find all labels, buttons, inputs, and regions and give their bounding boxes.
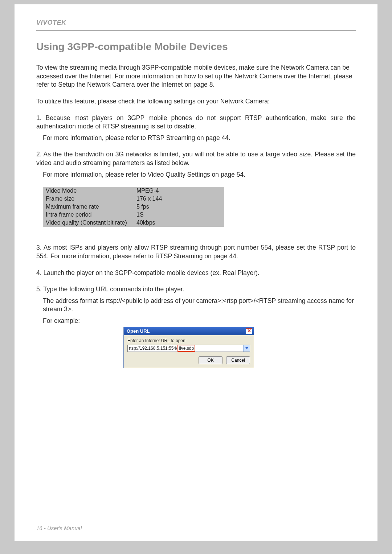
setting-key: Video Mode (43, 187, 134, 195)
cancel-button[interactable]: Cancel (226, 356, 250, 364)
url-input[interactable]: rtsp://192.168.5.151:554/ live.sdp (127, 345, 250, 352)
setting-key: Intra frame period (43, 211, 134, 219)
ok-button[interactable]: OK (199, 356, 222, 364)
setting-val: 176 x 144 (134, 195, 224, 203)
setting-val: MPEG-4 (134, 187, 224, 195)
table-row: Video quality (Constant bit rate) 40kbps (43, 219, 224, 227)
step-5-line-a: 5. Type the following URL commands into … (36, 285, 356, 294)
table-row: Video Mode MPEG-4 (43, 187, 224, 195)
settings-table: Video Mode MPEG-4 Frame size 176 x 144 M… (43, 187, 224, 227)
step-2-line-b: For more information, please refer to Vi… (36, 171, 356, 179)
header-divider (36, 30, 356, 31)
dialog-titlebar: Open URL ✕ (124, 327, 254, 335)
close-icon[interactable]: ✕ (246, 328, 252, 334)
table-row: Intra frame period 1S (43, 211, 224, 219)
open-url-dialog: Open URL ✕ Enter an Internet URL to open… (123, 327, 254, 368)
step-2-line-a: 2. As the the bandwidth on 3G networks i… (36, 150, 356, 167)
table-row: Frame size 176 x 144 (43, 195, 224, 203)
dialog-button-row: OK Cancel (127, 356, 250, 364)
setting-val: 1S (134, 211, 224, 219)
page-footer: 16 - User's Manual (36, 525, 82, 531)
setting-key: Maximum frame rate (43, 203, 134, 211)
setting-val: 5 fps (134, 203, 224, 211)
url-highlighted-segment: live.sdp (177, 345, 195, 352)
dialog-label: Enter an Internet URL to open: (127, 338, 250, 343)
dialog-body: Enter an Internet URL to open: rtsp://19… (124, 335, 254, 368)
setting-val: 40kbps (134, 219, 224, 227)
section-title: Using 3GPP-compatible Mobile Devices (36, 41, 356, 53)
step-3: 3. As most ISPs and players only allow R… (36, 243, 356, 260)
step-5-line-c: For example: (36, 317, 356, 325)
step-1-line-a: 1. Because most players on 3GPP mobile p… (36, 114, 356, 131)
dialog-title: Open URL (127, 328, 150, 334)
brand-header: VIVOTEK (36, 19, 356, 30)
step-5-line-b: The address format is rtsp://<public ip … (36, 297, 356, 314)
setting-key: Video quality (Constant bit rate) (43, 219, 134, 227)
manual-page: VIVOTEK Using 3GPP-compatible Mobile Dev… (15, 4, 377, 541)
step-1-line-b: For more information, please refer to RT… (36, 134, 356, 143)
utilize-paragraph: To utilize this feature, please check th… (36, 97, 356, 106)
setting-key: Frame size (43, 195, 134, 203)
intro-paragraph: To view the streaming media through 3GPP… (36, 63, 356, 89)
table-row: Maximum frame rate 5 fps (43, 203, 224, 211)
svg-marker-0 (245, 347, 248, 349)
chevron-down-icon[interactable] (243, 345, 250, 352)
step-4: 4. Launch the player on the 3GPP-compati… (36, 269, 356, 278)
url-prefix: rtsp://192.168.5.151:554/ (128, 345, 177, 352)
